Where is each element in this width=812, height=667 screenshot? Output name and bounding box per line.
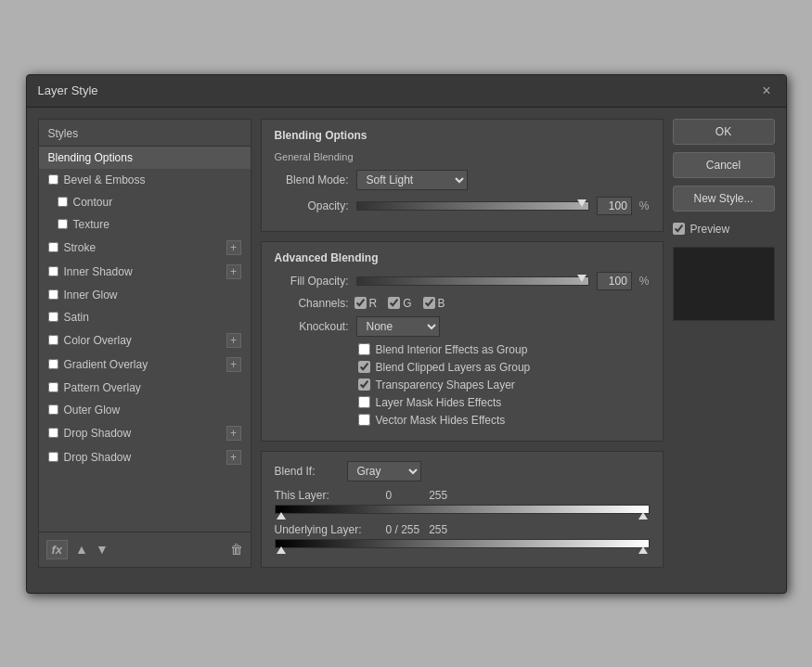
- blend-interior-row: Blend Interior Effects as Group: [275, 343, 650, 356]
- fill-opacity-unit: %: [639, 275, 650, 288]
- this-layer-slider[interactable]: [275, 505, 650, 518]
- channel-r-label: R: [369, 297, 378, 310]
- inner-glow-label: Inner Glow: [64, 289, 241, 301]
- close-button[interactable]: ×: [758, 83, 774, 99]
- advanced-blending-title: Advanced Blending: [275, 251, 650, 264]
- layer-mask-hides-checkbox[interactable]: [358, 396, 370, 408]
- sidebar-item-stroke[interactable]: Stroke +: [39, 236, 251, 260]
- transparency-shapes-row: Transparency Shapes Layer: [275, 378, 650, 391]
- channel-r-checkbox[interactable]: [354, 297, 367, 309]
- vector-mask-hides-checkbox[interactable]: [358, 414, 370, 426]
- blending-options-section: Blending Options General Blending Blend …: [261, 119, 664, 232]
- color-overlay-label: Color Overlay: [64, 334, 221, 347]
- outer-glow-checkbox[interactable]: [48, 404, 58, 415]
- drop-shadow-2-label: Drop Shadow: [64, 451, 221, 464]
- sidebar-item-satin[interactable]: Satin: [39, 306, 251, 328]
- this-layer-gradient: [276, 506, 649, 513]
- sidebar-item-outer-glow[interactable]: Outer Glow: [39, 399, 251, 421]
- this-layer-track: [275, 505, 650, 514]
- channel-g-checkbox[interactable]: [388, 297, 400, 309]
- sidebar-item-texture[interactable]: Texture: [39, 213, 251, 236]
- channel-r: R: [354, 297, 378, 310]
- sidebar-item-blending-options[interactable]: Blending Options: [39, 147, 251, 169]
- transparency-shapes-checkbox[interactable]: [358, 378, 370, 391]
- blend-clipped-row: Blend Clipped Layers as Group: [275, 361, 650, 374]
- preview-row: Preview: [673, 223, 775, 236]
- sidebar-item-gradient-overlay[interactable]: Gradient Overlay +: [39, 353, 251, 377]
- drop-shadow-2-add-button[interactable]: +: [226, 450, 241, 465]
- contour-checkbox[interactable]: [58, 197, 68, 207]
- dialog-title: Layer Style: [38, 83, 98, 97]
- stroke-checkbox[interactable]: [48, 242, 58, 252]
- sidebar-item-inner-shadow[interactable]: Inner Shadow +: [39, 260, 251, 284]
- delete-button[interactable]: 🗑: [230, 542, 243, 557]
- knockout-row: Knockout: None Shallow Deep: [275, 316, 650, 337]
- opacity-unit: %: [639, 199, 650, 212]
- texture-checkbox[interactable]: [58, 219, 68, 229]
- color-overlay-add-button[interactable]: +: [226, 333, 241, 348]
- drop-shadow-1-add-button[interactable]: +: [226, 426, 241, 441]
- blend-clipped-checkbox[interactable]: [358, 361, 370, 373]
- satin-checkbox[interactable]: [48, 312, 58, 322]
- bevel-emboss-checkbox[interactable]: [48, 174, 58, 185]
- this-layer-vals: 0 255: [386, 489, 448, 502]
- opacity-slider-thumb: [577, 199, 586, 207]
- preview-checkbox[interactable]: [673, 223, 685, 235]
- stroke-add-button[interactable]: +: [226, 240, 241, 255]
- blend-if-select[interactable]: Gray Red Green Blue: [347, 461, 421, 481]
- styles-title: Styles: [39, 120, 251, 147]
- sidebar-item-pattern-overlay[interactable]: Pattern Overlay: [39, 377, 251, 399]
- blending-options-label: Blending Options: [48, 151, 241, 164]
- layer-mask-hides-row: Layer Mask Hides Effects: [275, 396, 650, 409]
- opacity-input[interactable]: [597, 197, 632, 215]
- fill-opacity-input[interactable]: [597, 272, 632, 290]
- channel-g: G: [388, 297, 411, 310]
- channel-g-label: G: [403, 297, 411, 310]
- channel-b-checkbox[interactable]: [423, 297, 435, 309]
- inner-glow-checkbox[interactable]: [48, 289, 58, 300]
- inner-shadow-checkbox[interactable]: [48, 266, 58, 276]
- blend-if-label: Blend If:: [275, 465, 340, 478]
- move-down-button[interactable]: ▼: [96, 542, 109, 557]
- channels-row: Channels: R G B: [275, 297, 650, 310]
- knockout-select[interactable]: None Shallow Deep: [356, 316, 440, 337]
- sidebar-item-bevel-emboss[interactable]: Bevel & Emboss: [39, 169, 251, 191]
- sidebar-item-drop-shadow-2[interactable]: Drop Shadow +: [39, 445, 251, 469]
- knockout-label: Knockout:: [275, 320, 349, 333]
- gradient-overlay-add-button[interactable]: +: [226, 357, 241, 372]
- new-style-button[interactable]: New Style...: [673, 186, 775, 212]
- gradient-overlay-checkbox[interactable]: [48, 359, 58, 369]
- fill-opacity-slider[interactable]: [356, 276, 589, 286]
- fill-opacity-row: Fill Opacity: %: [275, 272, 650, 290]
- layer-style-dialog: Layer Style × Styles Blending Options Be…: [26, 74, 787, 594]
- cancel-button[interactable]: Cancel: [673, 152, 775, 178]
- drop-shadow-1-checkbox[interactable]: [48, 428, 58, 438]
- color-overlay-checkbox[interactable]: [48, 335, 58, 345]
- pattern-overlay-checkbox[interactable]: [48, 382, 58, 392]
- sidebar-item-drop-shadow-1[interactable]: Drop Shadow +: [39, 421, 251, 445]
- left-panel: Styles Blending Options Bevel & Emboss C…: [38, 119, 251, 568]
- blend-mode-row: Blend Mode: Soft Light Normal Multiply S…: [275, 170, 650, 190]
- channels-group: R G B: [354, 297, 445, 310]
- blend-interior-checkbox[interactable]: [358, 343, 370, 355]
- blend-if-section: Blend If: Gray Red Green Blue This Layer…: [261, 451, 664, 568]
- sidebar-item-inner-glow[interactable]: Inner Glow: [39, 284, 251, 306]
- underlying-layer-slider[interactable]: [275, 539, 650, 552]
- fx-button[interactable]: fx: [46, 540, 69, 559]
- underlying-layer-vals: 0 / 255 255: [386, 523, 448, 536]
- channels-label: Channels:: [275, 297, 349, 310]
- underlying-layer-thumb-right: [638, 546, 648, 554]
- sidebar-item-contour[interactable]: Contour: [39, 191, 251, 213]
- inner-shadow-add-button[interactable]: +: [226, 264, 241, 279]
- opacity-slider-track[interactable]: [356, 201, 589, 211]
- move-up-button[interactable]: ▲: [75, 542, 88, 557]
- drop-shadow-2-checkbox[interactable]: [48, 452, 58, 462]
- ok-button[interactable]: OK: [673, 119, 775, 145]
- blend-interior-label: Blend Interior Effects as Group: [376, 343, 528, 356]
- sidebar-item-color-overlay[interactable]: Color Overlay +: [39, 328, 251, 353]
- dialog-body: Styles Blending Options Bevel & Emboss C…: [27, 108, 786, 579]
- underlying-layer-track: [275, 539, 650, 548]
- blend-mode-select[interactable]: Soft Light Normal Multiply Screen Overla…: [356, 170, 468, 190]
- opacity-row: Opacity: %: [275, 197, 650, 215]
- this-layer-thumb-right: [638, 512, 648, 519]
